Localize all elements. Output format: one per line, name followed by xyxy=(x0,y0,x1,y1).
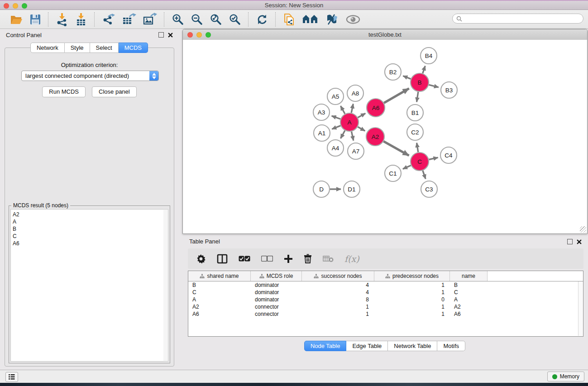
table-cell[interactable]: 4 xyxy=(302,289,374,295)
edge-B-B3[interactable] xyxy=(429,85,438,87)
edge-A-A5[interactable] xyxy=(340,106,345,114)
tab-node-table[interactable]: Node Table xyxy=(304,341,347,351)
table-cell[interactable]: 1 xyxy=(374,311,450,317)
table-cell[interactable]: 1 xyxy=(374,282,450,288)
export-network-icon[interactable] xyxy=(99,12,119,27)
column-header-mcds-role[interactable]: MCDS role xyxy=(251,271,302,281)
table-cell[interactable]: A xyxy=(188,296,251,303)
table-cell[interactable]: 1 xyxy=(374,289,450,295)
mcds-result-list[interactable]: A2ABCA6 xyxy=(10,209,164,362)
edge-C-C1[interactable] xyxy=(403,165,411,169)
column-header-successor-nodes[interactable]: successor nodes xyxy=(302,271,374,281)
table-cell[interactable]: A6 xyxy=(450,311,488,317)
tab-network[interactable]: Network xyxy=(30,43,65,53)
edge-A-A8[interactable] xyxy=(351,104,353,113)
network-window-titlebar[interactable]: testGlobe.txt xyxy=(183,29,587,40)
zoom-out-icon[interactable] xyxy=(187,12,206,27)
edge-A-A2[interactable] xyxy=(358,127,365,131)
copy-network-icon[interactable] xyxy=(280,12,299,27)
export-table-icon[interactable] xyxy=(119,12,139,27)
edge-C-C2[interactable] xyxy=(417,143,418,152)
result-item[interactable]: A xyxy=(13,218,163,225)
import-network-icon[interactable] xyxy=(53,12,72,27)
zoom-fit-icon[interactable] xyxy=(206,12,225,27)
column-header-name[interactable]: name xyxy=(450,271,488,281)
task-history-button[interactable] xyxy=(5,372,18,382)
table-cell[interactable]: C xyxy=(450,289,488,295)
result-item[interactable]: B xyxy=(13,225,163,233)
tab-edge-table[interactable]: Edge Table xyxy=(346,341,388,351)
table-cell[interactable]: connector xyxy=(251,304,302,310)
close-table-panel-icon[interactable] xyxy=(577,239,582,244)
table-cell[interactable]: B xyxy=(188,282,251,288)
column-header-predecessor-nodes[interactable]: predecessor nodes xyxy=(374,271,450,281)
table-cell[interactable]: 1 xyxy=(374,304,450,310)
import-table-icon[interactable] xyxy=(72,12,91,27)
tab-select[interactable]: Select xyxy=(90,43,119,53)
network-graph[interactable]: B4B2BB3A8A5A6A3B1AC2A1A2A4A7C4CC1C3DD1 xyxy=(183,40,587,234)
edge-A2-C[interactable] xyxy=(383,141,409,156)
table-cell[interactable]: A6 xyxy=(188,311,251,317)
edge-A-A3[interactable] xyxy=(332,116,341,119)
edge-A-A6[interactable] xyxy=(358,114,365,118)
table-scrollbar[interactable] xyxy=(578,281,583,336)
edge-B-B4[interactable] xyxy=(423,66,425,73)
graphics-details-icon[interactable] xyxy=(321,12,342,27)
table-cell[interactable]: 1 xyxy=(302,304,374,310)
criterion-select[interactable]: largest connected component (directed) xyxy=(21,71,159,81)
edge-A-A4[interactable] xyxy=(340,130,345,138)
tab-motifs[interactable]: Motifs xyxy=(437,341,465,351)
edge-C-C3[interactable] xyxy=(423,171,425,179)
zoom-in-icon[interactable] xyxy=(168,12,187,27)
result-scrollbar[interactable] xyxy=(163,209,168,362)
tab-network-table[interactable]: Network Table xyxy=(388,341,437,351)
result-item[interactable]: C xyxy=(13,233,163,240)
delete-table-icon[interactable] xyxy=(323,255,334,262)
refresh-icon[interactable] xyxy=(253,12,272,27)
deselect-all-checks-icon[interactable] xyxy=(261,256,273,262)
memory-button[interactable]: Memory xyxy=(547,372,584,381)
table-row[interactable]: Adominator80A xyxy=(188,296,583,303)
edge-A-A7[interactable] xyxy=(351,132,353,141)
run-mcds-button[interactable]: Run MCDS xyxy=(42,86,86,97)
search-input[interactable] xyxy=(464,15,583,22)
table-cell[interactable]: 1 xyxy=(302,311,374,317)
close-panel-icon[interactable] xyxy=(168,33,173,38)
table-cell[interactable]: dominator xyxy=(251,289,302,295)
table-cell[interactable]: dominator xyxy=(251,296,302,303)
close-panel-button[interactable]: Close panel xyxy=(92,86,137,97)
edge-B-B2[interactable] xyxy=(403,76,411,79)
node-table[interactable]: shared nameMCDS rolesuccessor nodesprede… xyxy=(188,271,583,337)
edge-A-A1[interactable] xyxy=(332,126,340,129)
home-layout-icon[interactable] xyxy=(299,12,321,27)
table-cell[interactable]: C xyxy=(188,289,251,295)
show-hide-icon[interactable] xyxy=(342,12,364,27)
table-cell[interactable]: B xyxy=(450,282,488,288)
table-options-icon[interactable] xyxy=(196,254,206,264)
zoom-selected-icon[interactable] xyxy=(225,12,244,27)
table-cell[interactable]: 4 xyxy=(302,282,374,288)
table-row[interactable]: A6connector11A6 xyxy=(188,310,583,318)
edge-C-C4[interactable] xyxy=(429,157,438,159)
resize-grip[interactable] xyxy=(580,226,586,233)
float-table-panel-icon[interactable] xyxy=(567,239,573,244)
tab-mcds[interactable]: MCDS xyxy=(119,43,148,53)
table-row[interactable]: Cdominator41C xyxy=(188,289,583,296)
edge-A6-B[interactable] xyxy=(384,88,409,103)
table-cell[interactable]: A2 xyxy=(188,304,251,310)
export-image-icon[interactable] xyxy=(139,12,160,27)
delete-column-icon[interactable] xyxy=(304,254,312,263)
result-item[interactable]: A6 xyxy=(13,240,163,247)
show-columns-icon[interactable] xyxy=(217,254,228,264)
table-cell[interactable]: 8 xyxy=(302,296,374,303)
float-panel-icon[interactable] xyxy=(158,32,164,38)
table-cell[interactable]: A xyxy=(450,296,488,303)
table-cell[interactable]: connector xyxy=(251,311,302,317)
save-icon[interactable] xyxy=(26,12,44,27)
open-file-icon[interactable] xyxy=(6,12,26,27)
table-cell[interactable]: 0 xyxy=(374,296,450,303)
add-column-icon[interactable] xyxy=(284,254,293,263)
tab-style[interactable]: Style xyxy=(65,43,90,53)
table-row[interactable]: A2connector11A2 xyxy=(188,303,583,310)
table-cell[interactable]: A2 xyxy=(450,304,488,310)
